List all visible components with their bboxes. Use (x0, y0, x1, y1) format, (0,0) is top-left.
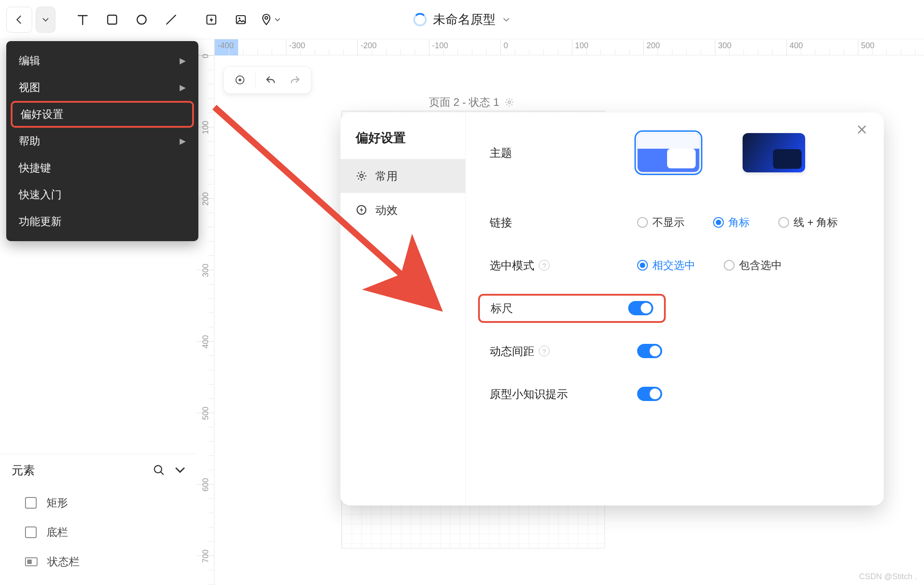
doc-title-wrap[interactable]: 未命名原型 (413, 11, 511, 28)
pin-icon (260, 13, 273, 26)
caret-down-icon (274, 17, 281, 23)
menu-item-label: 视图 (19, 80, 40, 95)
target-icon (234, 74, 246, 86)
text-icon (76, 13, 89, 26)
chevron-right-icon: ▶ (180, 56, 186, 66)
menu-item-view[interactable]: 视图 ▶ (6, 74, 198, 101)
lightning-icon (205, 13, 218, 26)
menu-item-changelog[interactable]: 功能更新 (6, 208, 198, 235)
floating-toolbar (223, 66, 311, 94)
ruler-vertical[interactable]: 0100200300400500600700800 (197, 55, 214, 585)
link-option-none[interactable]: 不显示 (637, 215, 685, 230)
svg-point-10 (360, 174, 363, 177)
link-option-badge[interactable]: 角标 (713, 215, 750, 230)
close-button[interactable] (856, 123, 868, 138)
rectangle-tool[interactable] (99, 7, 125, 33)
elements-panel: 元素 矩形 底栏 状态栏 (0, 454, 197, 585)
menu-item-edit[interactable]: 编辑 ▶ (6, 47, 198, 74)
image-icon (234, 13, 248, 26)
preferences-title: 偏好设置 (340, 125, 465, 159)
theme-option-dark[interactable] (743, 133, 805, 172)
pref-row-tips: 原型小知识提示 (490, 372, 860, 415)
ruler-horizontal[interactable]: -400-300-200-1000100200300400500600700 (214, 39, 924, 55)
pref-row-ruler: 标尺 (490, 287, 860, 330)
menu-item-label: 功能更新 (19, 214, 62, 229)
caret-down-icon (502, 16, 511, 23)
element-label: 底栏 (46, 525, 68, 539)
menu-item-shortcuts[interactable]: 快捷键 (6, 155, 198, 181)
pref-label-text: 选中模式 (490, 258, 534, 273)
doc-title: 未命名原型 (433, 11, 496, 28)
svg-point-7 (239, 79, 241, 81)
pref-tab-label: 常用 (375, 169, 398, 184)
svg-point-5 (265, 17, 268, 19)
rectangle-icon (105, 13, 119, 26)
page-state-label[interactable]: 页面 2 - 状态 1 (429, 95, 514, 109)
pin-tool[interactable] (257, 7, 283, 33)
menu-item-label: 偏好设置 (21, 107, 63, 121)
option-label: 包含选中 (739, 258, 782, 272)
menu-item-label: 快捷键 (19, 161, 51, 175)
menu-dropdown-button[interactable] (36, 7, 55, 33)
circle-tool[interactable] (129, 7, 155, 33)
tips-toggle[interactable] (637, 387, 662, 401)
search-icon[interactable] (153, 464, 165, 476)
menu-item-preferences[interactable]: 偏好设置 (11, 101, 194, 128)
svg-point-4 (239, 17, 240, 19)
undo-icon (265, 74, 277, 86)
status-bar-icon (25, 557, 38, 566)
undo-button[interactable] (260, 69, 281, 91)
menu-item-quickstart[interactable]: 快速入门 (6, 181, 198, 208)
ruler-highlight-box: 标尺 (478, 294, 666, 323)
pref-label: 原型小知识提示 (490, 387, 606, 401)
ruler-corner (197, 39, 214, 55)
gear-icon (504, 97, 514, 107)
chevron-down-icon[interactable] (175, 466, 185, 474)
chevron-left-icon (14, 14, 25, 25)
gear-icon (356, 170, 367, 182)
element-item-bottom-bar[interactable]: 底栏 (0, 518, 197, 547)
caret-down-icon (42, 16, 49, 23)
ruler-toggle[interactable] (628, 301, 653, 315)
page-state-text: 页面 2 - 状态 1 (429, 95, 499, 109)
elements-header: 元素 (0, 454, 197, 486)
top-toolbar: 未命名原型 (0, 0, 924, 39)
preferences-dialog: 偏好设置 常用 动效 主题 链接 (340, 113, 884, 506)
lightning-tool[interactable] (198, 7, 224, 33)
back-button[interactable] (6, 7, 32, 33)
preferences-sidebar: 偏好设置 常用 动效 (340, 113, 466, 506)
svg-point-8 (508, 101, 511, 104)
menu-item-label: 编辑 (19, 54, 40, 68)
pref-label: 标尺 (491, 301, 513, 316)
square-icon (25, 526, 37, 538)
pref-row-theme: 主题 (490, 131, 860, 174)
option-label: 不显示 (652, 215, 685, 230)
elements-title: 元素 (12, 463, 35, 478)
menu-item-label: 帮助 (19, 134, 40, 148)
watermark: CSDN @Stitch . (859, 572, 917, 581)
link-option-line-badge[interactable]: 线 + 角标 (778, 215, 838, 230)
help-icon[interactable]: ? (539, 260, 550, 271)
pref-tab-general[interactable]: 常用 (340, 159, 465, 193)
image-tool[interactable] (228, 7, 254, 33)
option-label: 角标 (728, 215, 750, 230)
square-icon (25, 497, 37, 509)
recenter-button[interactable] (229, 69, 251, 91)
preferences-body: 主题 链接 不显示 角标 线 + 角标 选中模式 ? 相交选 (466, 113, 884, 506)
menu-item-help[interactable]: 帮助 ▶ (6, 128, 198, 155)
select-mode-contain[interactable]: 包含选中 (724, 258, 782, 272)
select-mode-intersect[interactable]: 相交选中 (637, 258, 695, 272)
text-tool[interactable] (70, 7, 96, 33)
main-menu-dropdown: 编辑 ▶ 视图 ▶ 偏好设置 帮助 ▶ 快捷键 快速入门 功能更新 (6, 41, 198, 241)
pref-tab-animation[interactable]: 动效 (340, 193, 465, 227)
help-icon[interactable]: ? (539, 346, 550, 356)
option-label: 相交选中 (652, 258, 695, 272)
theme-option-light[interactable] (637, 133, 700, 172)
spacing-toggle[interactable] (637, 344, 662, 358)
element-item-rect[interactable]: 矩形 (0, 488, 197, 518)
pref-label: 链接 (490, 215, 584, 230)
redo-button[interactable] (284, 69, 306, 91)
element-item-status-bar[interactable]: 状态栏 (0, 547, 197, 577)
pref-row-link: 链接 不显示 角标 线 + 角标 (490, 201, 860, 244)
line-tool[interactable] (158, 7, 184, 33)
